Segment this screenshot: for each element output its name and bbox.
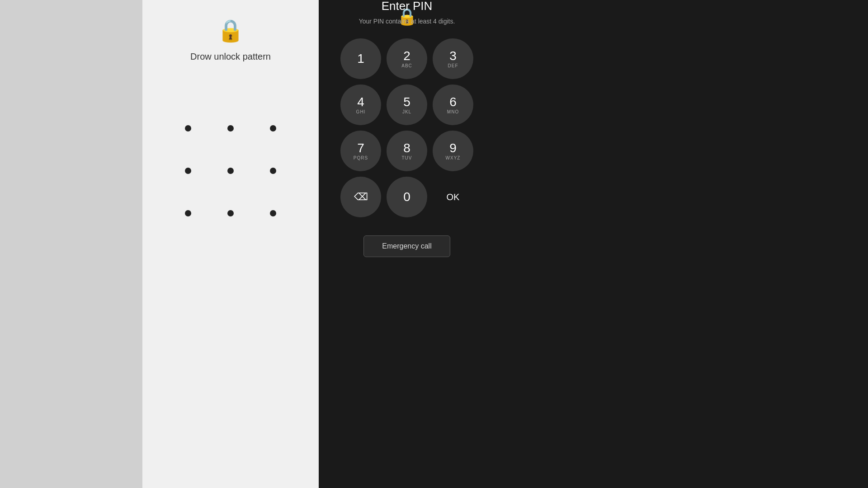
key-5[interactable]: 5 JKL	[387, 84, 427, 125]
pin-title: Enter PIN	[382, 0, 433, 13]
key-ok[interactable]: OK	[433, 177, 473, 217]
key-3[interactable]: 3 DEF	[433, 38, 473, 79]
key-4-letters: GHI	[356, 109, 366, 114]
backspace-icon: ⌫	[354, 191, 368, 203]
key-5-letters: JKL	[402, 109, 411, 114]
key-7[interactable]: 7 PQRS	[340, 131, 381, 171]
key-4[interactable]: 4 GHI	[340, 84, 381, 125]
key-8-letters: TUV	[402, 155, 412, 160]
emergency-call-button[interactable]: Emergency call	[363, 235, 450, 257]
key-6-digit: 6	[449, 96, 457, 108]
key-7-letters: PQRS	[354, 155, 368, 160]
pattern-title: Drow unlock pattern	[190, 52, 271, 62]
key-6-letters: MNO	[447, 109, 459, 114]
pin-panel: 🔒 Enter PIN Your PIN contains at least 4…	[319, 0, 495, 488]
key-1[interactable]: 1	[340, 38, 381, 79]
key-9-letters: WXYZ	[446, 155, 461, 160]
key-9[interactable]: 9 WXYZ	[433, 131, 473, 171]
pattern-dot-3[interactable]	[270, 125, 276, 131]
pattern-dot-4[interactable]	[185, 168, 191, 174]
pattern-dot-6[interactable]	[270, 168, 276, 174]
key-2-digit: 2	[403, 50, 410, 62]
pattern-dot-9[interactable]	[270, 210, 276, 216]
pattern-grid[interactable]	[185, 125, 276, 216]
key-0-digit: 0	[403, 191, 410, 203]
key-2-letters: ABC	[401, 63, 412, 68]
pin-header: Enter PIN Your PIN contains at least 4 d…	[359, 0, 455, 38]
key-3-letters: DEF	[448, 63, 458, 68]
left-background	[0, 0, 142, 488]
key-backspace[interactable]: ⌫	[340, 177, 381, 217]
key-3-digit: 3	[449, 50, 457, 62]
pin-content: Enter PIN Your PIN contains at least 4 d…	[340, 26, 473, 275]
pattern-dot-7[interactable]	[185, 210, 191, 216]
key-7-digit: 7	[357, 142, 364, 155]
key-4-digit: 4	[357, 96, 364, 108]
pin-subtitle: Your PIN contains at least 4 digits.	[359, 18, 455, 25]
ok-label: OK	[447, 192, 460, 202]
pattern-panel: 🔒 Drow unlock pattern	[142, 0, 319, 488]
pattern-dot-5[interactable]	[227, 168, 234, 174]
pattern-lock-icon: 🔒	[217, 18, 244, 43]
key-2[interactable]: 2 ABC	[387, 38, 427, 79]
pattern-dot-1[interactable]	[185, 125, 191, 131]
pattern-dot-2[interactable]	[227, 125, 234, 131]
numpad: 1 2 ABC 3 DEF 4 GHI 5 JKL 6 MNO	[340, 38, 473, 217]
key-0[interactable]: 0	[387, 177, 427, 217]
right-background	[495, 0, 868, 488]
key-5-digit: 5	[403, 96, 410, 108]
key-6[interactable]: 6 MNO	[433, 84, 473, 125]
pattern-dot-8[interactable]	[227, 210, 234, 216]
key-9-digit: 9	[449, 142, 457, 155]
key-8-digit: 8	[403, 142, 410, 155]
key-1-digit: 1	[357, 52, 364, 65]
key-8[interactable]: 8 TUV	[387, 131, 427, 171]
